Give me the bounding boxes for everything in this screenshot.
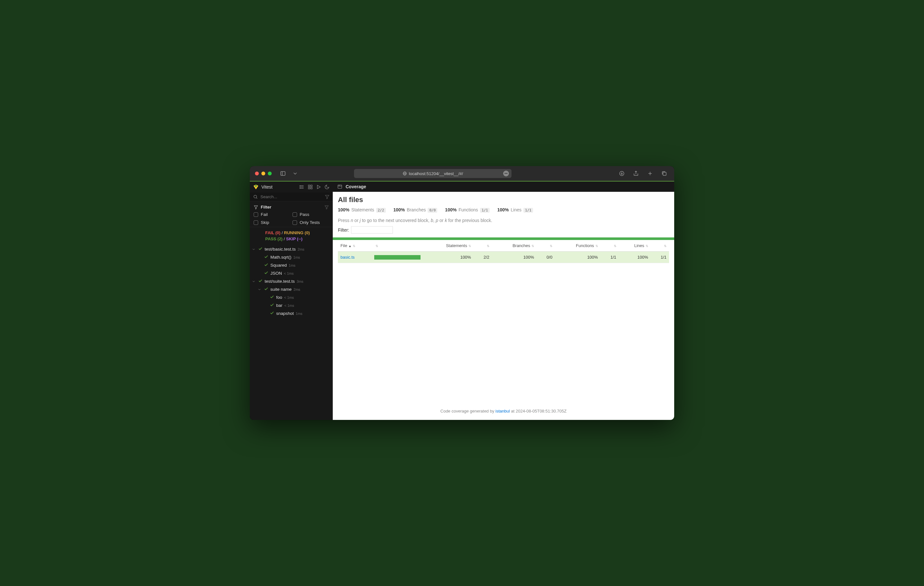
tree-label: bar: [276, 303, 282, 308]
filter-fail-checkbox[interactable]: Fail: [254, 212, 290, 217]
keyboard-hint: Press n or j to go to the next uncovered…: [338, 218, 669, 223]
chevron-down-icon[interactable]: [290, 171, 300, 176]
svg-rect-21: [309, 187, 310, 189]
istanbul-link[interactable]: istanbul: [495, 409, 510, 413]
coverage-title: All files: [338, 196, 669, 204]
filter-label: Filter: [261, 205, 271, 209]
column-header[interactable]: Branches⇅: [492, 240, 536, 252]
tree-time: < 1ms: [284, 272, 294, 275]
check-icon: [258, 247, 263, 252]
tree-item[interactable]: snapshot1ms: [250, 309, 333, 318]
tree-time: 2ms: [294, 288, 300, 291]
svg-marker-26: [325, 195, 329, 199]
play-icon[interactable]: [316, 184, 321, 189]
column-header[interactable]: ⇅: [372, 240, 423, 252]
svg-rect-0: [280, 171, 285, 175]
tree-label: test/suite.test.ts: [265, 279, 295, 284]
chevron-down-icon: [257, 288, 262, 291]
main-panel: Coverage All files 100% Statements 2/210…: [333, 181, 674, 420]
svg-rect-10: [663, 172, 666, 175]
table-header-row: File ▲⇅⇅Statements⇅⇅Branches⇅⇅Functions⇅…: [338, 240, 669, 252]
tabs-icon[interactable]: [659, 171, 669, 176]
url-bar[interactable]: localhost:51204/__vitest__/#/ •••: [354, 169, 512, 178]
tree-time: 1ms: [289, 263, 295, 267]
column-header[interactable]: ⇅: [651, 240, 669, 252]
column-header[interactable]: File ▲⇅: [338, 240, 372, 252]
tree-item[interactable]: Squared1ms: [250, 261, 333, 269]
vitest-logo-icon: [253, 184, 259, 190]
check-icon: [264, 270, 269, 276]
tree-time: < 1ms: [285, 304, 294, 308]
new-tab-icon[interactable]: [645, 171, 655, 176]
filter-pass-checkbox[interactable]: Pass: [292, 212, 329, 217]
sidebar: Vitest Filter: [250, 181, 333, 420]
svg-rect-20: [310, 185, 312, 187]
tree-item[interactable]: test/basic.test.ts2ms: [250, 245, 333, 253]
url-text: localhost:51204/__vitest__/#/: [409, 171, 463, 176]
funnel-icon: [254, 205, 258, 209]
chevron-down-icon: [252, 280, 256, 283]
check-icon: [264, 254, 269, 260]
status-summary-2: PASS (2) / SKIP (--): [250, 236, 333, 244]
tree-item[interactable]: test/suite.test.ts3ms: [250, 277, 333, 285]
filter-clear-icon[interactable]: [324, 205, 329, 209]
filter-label: Filter:: [338, 227, 349, 233]
tree-item[interactable]: bar< 1ms: [250, 301, 333, 309]
svg-point-24: [254, 195, 257, 198]
check-icon: [264, 286, 269, 292]
status-summary: FAIL (0) / RUNNING (0): [250, 227, 333, 236]
tree-label: snapshot: [276, 311, 294, 316]
coverage-stat: 100% Branches 0/0: [394, 207, 437, 213]
svg-marker-28: [325, 206, 328, 209]
tree-item[interactable]: Math.sqrt()1ms: [250, 253, 333, 261]
tree-label: JSON: [271, 271, 282, 276]
svg-point-18: [300, 188, 300, 188]
tree-label: Math.sqrt(): [271, 255, 291, 260]
sidebar-title: Vitest: [261, 184, 273, 189]
column-header[interactable]: Lines⇅: [619, 240, 651, 252]
check-icon: [270, 311, 274, 316]
column-header[interactable]: Functions⇅: [555, 240, 600, 252]
check-icon: [270, 303, 274, 308]
tree-item[interactable]: foo< 1ms: [250, 293, 333, 301]
file-link[interactable]: basic.ts: [340, 255, 355, 260]
column-header[interactable]: ⇅: [536, 240, 555, 252]
coverage-filter: Filter:: [338, 226, 669, 234]
column-header[interactable]: ⇅: [474, 240, 492, 252]
list-view-icon[interactable]: [299, 184, 304, 189]
minimize-window-button[interactable]: [261, 171, 265, 175]
coverage-stat: 100% Statements 2/2: [338, 207, 386, 213]
share-icon[interactable]: [631, 171, 641, 176]
column-header[interactable]: Statements⇅: [423, 240, 474, 252]
app-content: Vitest Filter: [250, 181, 674, 420]
dashboard-icon[interactable]: [308, 184, 313, 189]
coverage-summary: 100% Statements 2/2100% Branches 0/0100%…: [338, 207, 669, 213]
tree-item[interactable]: JSON< 1ms: [250, 269, 333, 277]
moon-icon[interactable]: [324, 184, 330, 189]
filter-skip-checkbox[interactable]: Skip: [254, 220, 290, 225]
titlebar-right: [617, 171, 669, 176]
filter-only-checkbox[interactable]: Only Tests: [292, 220, 329, 225]
test-tree: test/basic.test.ts2msMath.sqrt()1msSquar…: [250, 244, 333, 420]
sidebar-toggle-icon[interactable]: [278, 171, 288, 176]
panel-title: Coverage: [346, 184, 366, 189]
maximize-window-button[interactable]: [268, 171, 272, 175]
column-header[interactable]: ⇅: [601, 240, 619, 252]
titlebar: localhost:51204/__vitest__/#/ •••: [250, 166, 674, 181]
close-window-button[interactable]: [255, 171, 259, 175]
tree-time: 3ms: [297, 280, 304, 283]
download-icon[interactable]: [617, 171, 627, 176]
filter-section: Filter Fail Pass Skip Only Tests: [250, 201, 333, 227]
svg-marker-27: [254, 206, 258, 209]
tree-item[interactable]: suite name2ms: [250, 285, 333, 293]
page-settings-icon[interactable]: •••: [503, 171, 509, 176]
search-input[interactable]: [261, 194, 322, 199]
check-icon: [270, 295, 274, 300]
coverage-icon: [337, 184, 342, 189]
chevron-down-icon: [252, 247, 256, 251]
globe-icon: [403, 171, 407, 176]
coverage-filter-input[interactable]: [351, 226, 393, 234]
coverage-table: File ▲⇅⇅Statements⇅⇅Branches⇅⇅Functions⇅…: [338, 240, 669, 263]
tree-label: foo: [276, 295, 282, 300]
filter-funnel-icon[interactable]: [325, 194, 330, 199]
